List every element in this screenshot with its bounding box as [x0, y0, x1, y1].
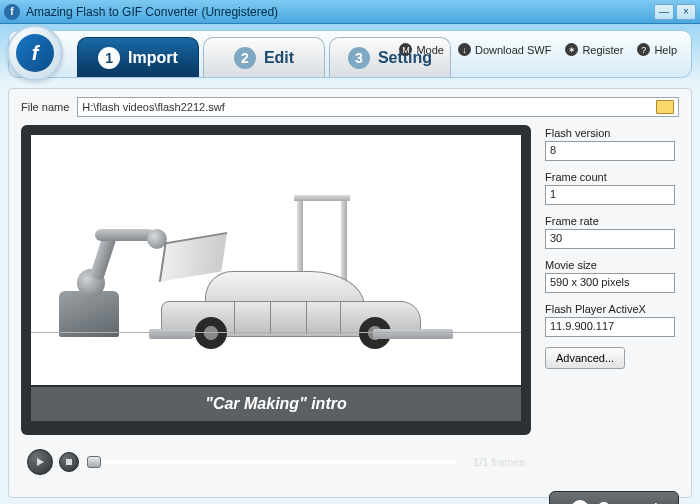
stop-button[interactable] [59, 452, 79, 472]
convert-button[interactable]: ⟳ Convert [549, 491, 679, 504]
play-button[interactable] [27, 449, 53, 475]
info-panel: Flash version 8 Frame count 1 Frame rate… [545, 125, 679, 483]
window-title: Amazing Flash to GIF Converter (Unregist… [26, 5, 278, 19]
frame-rate-label: Frame rate [545, 215, 679, 227]
svg-marker-0 [37, 458, 44, 466]
playback-controls: 1/1 frames [21, 441, 531, 483]
close-button[interactable]: × [676, 4, 696, 20]
tab-number: 3 [348, 47, 370, 69]
tab-number: 1 [98, 47, 120, 69]
mode-link[interactable]: MMode [399, 43, 444, 56]
download-swf-link[interactable]: ↓Download SWF [458, 43, 551, 56]
tab-label: Edit [264, 49, 294, 67]
open-file-icon[interactable] [656, 100, 674, 114]
tab-number: 2 [234, 47, 256, 69]
tab-bar: f 1 Import 2 Edit 3 Setting MMode ↓Downl… [8, 30, 692, 78]
movie-size-label: Movie size [545, 259, 679, 271]
mode-icon: M [399, 43, 412, 56]
register-icon: ✶ [565, 43, 578, 56]
title-bar: f Amazing Flash to GIF Converter (Unregi… [0, 0, 700, 24]
activex-value: 11.9.900.117 [545, 317, 675, 337]
tab-import[interactable]: 1 Import [77, 37, 199, 77]
file-name-value: H:\flash videos\flash2212.swf [82, 101, 224, 113]
flash-stage [31, 135, 521, 385]
app-logo: f [7, 25, 63, 81]
app-icon: f [4, 4, 20, 20]
tab-edit[interactable]: 2 Edit [203, 37, 325, 77]
flash-version-value: 8 [545, 141, 675, 161]
robot-arm-graphic [59, 217, 155, 337]
tab-label: Import [128, 49, 178, 67]
flash-icon: f [16, 34, 54, 72]
download-icon: ↓ [458, 43, 471, 56]
seek-knob[interactable] [87, 456, 101, 468]
frame-counter: 1/1 frames [473, 456, 525, 468]
seek-bar[interactable] [85, 460, 457, 464]
activex-label: Flash Player ActiveX [545, 303, 679, 315]
minimize-button[interactable]: — [654, 4, 674, 20]
frame-count-label: Frame count [545, 171, 679, 183]
help-icon: ? [637, 43, 650, 56]
register-link[interactable]: ✶Register [565, 43, 623, 56]
flash-version-label: Flash version [545, 127, 679, 139]
advanced-button[interactable]: Advanced... [545, 347, 625, 369]
convert-icon: ⟳ [571, 500, 589, 504]
file-name-label: File name [21, 101, 69, 113]
help-link[interactable]: ?Help [637, 43, 677, 56]
movie-size-value: 590 x 300 pixels [545, 273, 675, 293]
preview-panel: "Car Making" intro [21, 125, 531, 435]
frame-count-value: 1 [545, 185, 675, 205]
car-graphic [161, 265, 421, 337]
svg-rect-1 [66, 459, 72, 465]
file-name-input[interactable]: H:\flash videos\flash2212.swf [77, 97, 679, 117]
preview-caption: "Car Making" intro [31, 387, 521, 421]
frame-rate-value: 30 [545, 229, 675, 249]
